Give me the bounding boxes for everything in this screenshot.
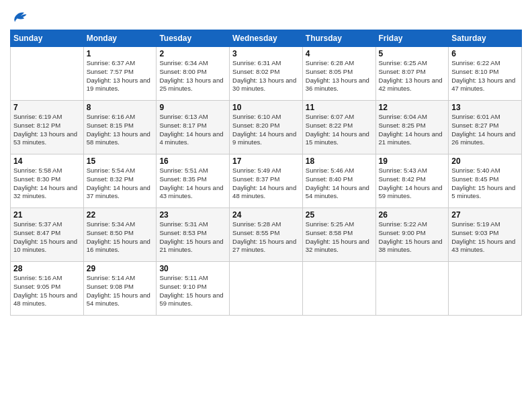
day-info: Sunrise: 6:22 AMSunset: 8:10 PMDaylight:… [451, 59, 519, 93]
day-number: 6 [451, 49, 519, 58]
day-info: Sunrise: 5:51 AMSunset: 8:35 PMDaylight:… [159, 167, 226, 201]
day-number: 25 [306, 210, 373, 220]
calendar-table: SundayMondayTuesdayWednesdayThursdayFrid… [10, 30, 522, 316]
day-info: Sunrise: 6:31 AMSunset: 8:02 PMDaylight:… [232, 59, 300, 93]
calendar-cell: 4Sunrise: 6:28 AMSunset: 8:05 PMDaylight… [302, 47, 375, 101]
day-number: 24 [232, 210, 300, 220]
weekday-header-friday: Friday [375, 30, 449, 47]
day-info: Sunrise: 5:11 AMSunset: 9:10 PMDaylight:… [159, 274, 226, 308]
calendar-cell: 23Sunrise: 5:31 AMSunset: 8:53 PMDayligh… [157, 208, 230, 262]
day-number: 14 [13, 156, 81, 166]
calendar-cell: 6Sunrise: 6:22 AMSunset: 8:10 PMDaylight… [449, 47, 522, 101]
calendar-cell: 25Sunrise: 5:25 AMSunset: 8:58 PMDayligh… [302, 208, 375, 262]
day-info: Sunrise: 5:19 AMSunset: 9:03 PMDaylight:… [451, 220, 519, 255]
day-number: 5 [379, 49, 446, 58]
day-number: 8 [87, 103, 154, 112]
weekday-header-monday: Monday [83, 30, 157, 47]
day-number: 10 [232, 103, 300, 112]
day-number: 3 [232, 49, 300, 58]
day-number: 7 [13, 103, 81, 112]
day-info: Sunrise: 5:34 AMSunset: 8:50 PMDaylight:… [87, 220, 154, 255]
weekday-header-thursday: Thursday [302, 30, 375, 47]
calendar-cell: 3Sunrise: 6:31 AMSunset: 8:02 PMDaylight… [230, 47, 303, 101]
calendar-cell: 10Sunrise: 6:10 AMSunset: 8:20 PMDayligh… [230, 101, 303, 154]
calendar-cell [449, 262, 522, 316]
day-info: Sunrise: 6:13 AMSunset: 8:17 PMDaylight:… [159, 113, 226, 147]
day-info: Sunrise: 5:16 AMSunset: 9:05 PMDaylight:… [13, 274, 81, 308]
calendar-cell [11, 47, 84, 101]
day-number: 28 [13, 264, 81, 273]
calendar-cell [230, 262, 303, 316]
calendar-cell: 30Sunrise: 5:11 AMSunset: 9:10 PMDayligh… [157, 262, 230, 316]
day-info: Sunrise: 5:46 AMSunset: 8:40 PMDaylight:… [306, 167, 373, 201]
day-info: Sunrise: 6:04 AMSunset: 8:25 PMDaylight:… [379, 113, 446, 147]
calendar-cell: 24Sunrise: 5:28 AMSunset: 8:55 PMDayligh… [230, 208, 303, 262]
day-info: Sunrise: 5:54 AMSunset: 8:32 PMDaylight:… [87, 167, 154, 201]
day-number: 17 [232, 156, 300, 166]
day-number: 19 [379, 156, 446, 166]
day-number: 22 [87, 210, 154, 220]
weekday-header-saturday: Saturday [449, 30, 522, 47]
day-info: Sunrise: 6:34 AMSunset: 8:00 PMDaylight:… [159, 59, 226, 93]
calendar-cell: 28Sunrise: 5:16 AMSunset: 9:05 PMDayligh… [11, 262, 84, 316]
day-number: 1 [87, 49, 154, 58]
day-info: Sunrise: 6:19 AMSunset: 8:12 PMDaylight:… [13, 113, 81, 147]
day-info: Sunrise: 6:10 AMSunset: 8:20 PMDaylight:… [232, 113, 300, 147]
logo-icon [10, 7, 29, 26]
day-number: 30 [159, 264, 226, 273]
calendar-cell: 13Sunrise: 6:01 AMSunset: 8:27 PMDayligh… [449, 101, 522, 154]
day-info: Sunrise: 5:49 AMSunset: 8:37 PMDaylight:… [232, 167, 300, 201]
calendar-cell: 11Sunrise: 6:07 AMSunset: 8:22 PMDayligh… [302, 101, 375, 154]
calendar-cell: 29Sunrise: 5:14 AMSunset: 9:08 PMDayligh… [83, 262, 157, 316]
page-header [10, 7, 522, 26]
calendar-week-row: 14Sunrise: 5:58 AMSunset: 8:30 PMDayligh… [11, 154, 522, 208]
calendar-cell: 7Sunrise: 6:19 AMSunset: 8:12 PMDaylight… [11, 101, 84, 154]
logo [10, 7, 32, 26]
calendar-week-row: 7Sunrise: 6:19 AMSunset: 8:12 PMDaylight… [11, 101, 522, 154]
day-info: Sunrise: 5:37 AMSunset: 8:47 PMDaylight:… [13, 220, 81, 255]
calendar-cell: 26Sunrise: 5:22 AMSunset: 9:00 PMDayligh… [375, 208, 449, 262]
day-number: 18 [306, 156, 373, 166]
calendar-week-row: 1Sunrise: 6:37 AMSunset: 7:57 PMDaylight… [11, 47, 522, 101]
weekday-header-sunday: Sunday [11, 30, 84, 47]
calendar-cell [375, 262, 449, 316]
day-number: 9 [159, 103, 226, 112]
day-info: Sunrise: 5:40 AMSunset: 8:45 PMDaylight:… [451, 167, 519, 201]
calendar-cell [302, 262, 375, 316]
weekday-header-tuesday: Tuesday [157, 30, 230, 47]
day-info: Sunrise: 6:28 AMSunset: 8:05 PMDaylight:… [306, 59, 373, 93]
calendar-cell: 16Sunrise: 5:51 AMSunset: 8:35 PMDayligh… [157, 154, 230, 208]
calendar-week-row: 28Sunrise: 5:16 AMSunset: 9:05 PMDayligh… [11, 262, 522, 316]
day-info: Sunrise: 5:58 AMSunset: 8:30 PMDaylight:… [13, 167, 81, 201]
calendar-cell: 27Sunrise: 5:19 AMSunset: 9:03 PMDayligh… [449, 208, 522, 262]
calendar-cell: 15Sunrise: 5:54 AMSunset: 8:32 PMDayligh… [83, 154, 157, 208]
day-number: 16 [159, 156, 226, 166]
calendar-cell: 12Sunrise: 6:04 AMSunset: 8:25 PMDayligh… [375, 101, 449, 154]
day-number: 27 [451, 210, 519, 220]
calendar-cell: 8Sunrise: 6:16 AMSunset: 8:15 PMDaylight… [83, 101, 157, 154]
day-info: Sunrise: 6:07 AMSunset: 8:22 PMDaylight:… [306, 113, 373, 147]
day-number: 13 [451, 103, 519, 112]
calendar-cell: 20Sunrise: 5:40 AMSunset: 8:45 PMDayligh… [449, 154, 522, 208]
day-number: 20 [451, 156, 519, 166]
day-number: 15 [87, 156, 154, 166]
weekday-header-row: SundayMondayTuesdayWednesdayThursdayFrid… [11, 30, 522, 47]
calendar-cell: 14Sunrise: 5:58 AMSunset: 8:30 PMDayligh… [11, 154, 84, 208]
day-number: 26 [379, 210, 446, 220]
day-number: 21 [13, 210, 81, 220]
calendar-cell: 2Sunrise: 6:34 AMSunset: 8:00 PMDaylight… [157, 47, 230, 101]
day-number: 12 [379, 103, 446, 112]
weekday-header-wednesday: Wednesday [230, 30, 303, 47]
day-number: 23 [159, 210, 226, 220]
day-number: 11 [306, 103, 373, 112]
day-info: Sunrise: 5:25 AMSunset: 8:58 PMDaylight:… [306, 220, 373, 255]
day-info: Sunrise: 5:31 AMSunset: 8:53 PMDaylight:… [159, 220, 226, 255]
calendar-cell: 17Sunrise: 5:49 AMSunset: 8:37 PMDayligh… [230, 154, 303, 208]
calendar-cell: 22Sunrise: 5:34 AMSunset: 8:50 PMDayligh… [83, 208, 157, 262]
day-info: Sunrise: 6:25 AMSunset: 8:07 PMDaylight:… [379, 59, 446, 93]
day-info: Sunrise: 6:01 AMSunset: 8:27 PMDaylight:… [451, 113, 519, 147]
day-number: 2 [159, 49, 226, 58]
calendar-cell: 18Sunrise: 5:46 AMSunset: 8:40 PMDayligh… [302, 154, 375, 208]
day-info: Sunrise: 6:37 AMSunset: 7:57 PMDaylight:… [87, 59, 154, 93]
day-number: 29 [87, 264, 154, 273]
